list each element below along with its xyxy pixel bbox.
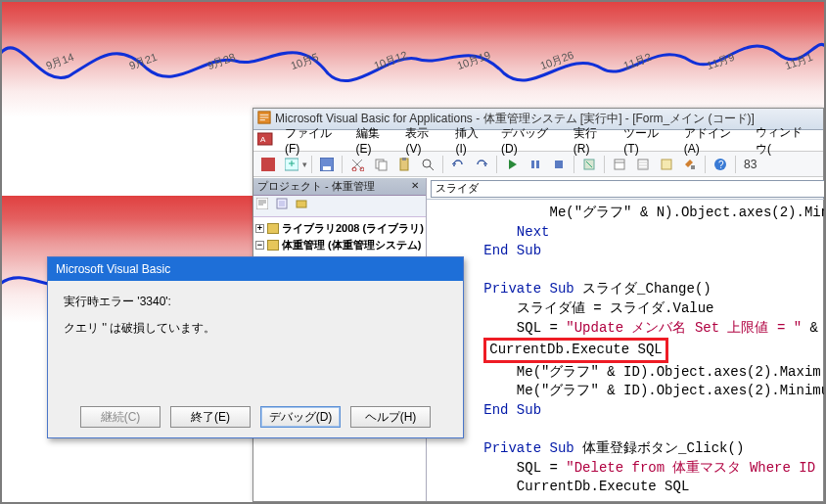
project-explorer-toolbar: [253, 196, 426, 217]
graph-date: 10月12: [372, 48, 409, 73]
svg-rect-16: [555, 160, 563, 168]
graph-date: 9月28: [206, 50, 238, 73]
view-access-icon[interactable]: [257, 154, 279, 175]
toggle-folders-icon[interactable]: [296, 198, 313, 215]
menu-tools[interactable]: ツール(T): [618, 123, 675, 158]
dialog-buttons: 継続(C) 終了(E) デバッグ(D) ヘルプ(H): [48, 406, 463, 428]
break-icon[interactable]: [525, 154, 546, 175]
copy-icon[interactable]: [370, 154, 391, 175]
dialog-titlebar[interactable]: Microsoft Visual Basic: [48, 257, 463, 281]
svg-rect-15: [536, 160, 539, 168]
graph-date: 9月14: [44, 50, 76, 73]
vba-app-icon: [257, 111, 271, 127]
graph-date: 10月26: [538, 48, 575, 73]
project-icon: [267, 240, 279, 251]
project-name: 体重管理 (体重管理システム): [282, 238, 421, 252]
project-icon: [267, 223, 279, 234]
svg-rect-10: [379, 161, 387, 170]
graph-date: 11月1: [783, 50, 815, 73]
undo-icon[interactable]: [447, 154, 469, 175]
graph-date: 9月21: [127, 50, 160, 73]
access-file-icon: A: [257, 132, 273, 149]
dialog-body: 実行時エラー '3340': クエリ '' は破損しています。: [48, 281, 463, 349]
svg-rect-6: [323, 166, 331, 170]
project-explorer-title: プロジェクト - 体重管理: [257, 179, 375, 194]
end-button[interactable]: 終了(E): [170, 406, 251, 428]
save-icon[interactable]: [316, 154, 338, 175]
project-root[interactable]: − 体重管理 (体重管理システム): [255, 238, 424, 252]
view-code-icon[interactable]: [256, 198, 274, 215]
redo-icon[interactable]: [471, 154, 492, 175]
svg-rect-20: [662, 160, 671, 169]
error-code-text: 実行時エラー '3340':: [64, 293, 447, 311]
svg-rect-18: [615, 160, 624, 169]
paste-icon[interactable]: [393, 154, 415, 175]
menu-insert[interactable]: 挿入(I): [449, 123, 493, 158]
menu-edit[interactable]: 編集(E): [350, 123, 398, 158]
error-message-text: クエリ '' は破損しています。: [64, 319, 447, 338]
project-explorer-icon[interactable]: [609, 154, 630, 175]
runtime-error-dialog: Microsoft Visual Basic 実行時エラー '3340': クエ…: [47, 256, 464, 438]
collapse-icon[interactable]: −: [255, 241, 264, 250]
graph-date: 10月19: [455, 48, 492, 73]
cut-icon[interactable]: [346, 154, 368, 175]
svg-rect-26: [279, 201, 285, 206]
object-dropdown[interactable]: スライダ ▾: [431, 180, 826, 198]
vba-menubar: A ファイル(F) 編集(E) 表示(V) 挿入(I) デバッグ(D) 実行(R…: [253, 130, 823, 152]
menu-run[interactable]: 実行(R): [568, 123, 617, 158]
dialog-title-text: Microsoft Visual Basic: [56, 262, 170, 276]
insert-module-icon[interactable]: [281, 154, 302, 175]
highlighted-error-line: CurrentDb.Execute SQL: [483, 338, 667, 363]
graph-date: 11月2: [621, 50, 654, 73]
debug-button[interactable]: デバッグ(D): [260, 406, 341, 428]
svg-text:A: A: [260, 135, 266, 144]
close-icon[interactable]: ✕: [408, 180, 422, 194]
menu-window[interactable]: ウィンドウ(: [750, 122, 819, 160]
object-dropdown-value: スライダ: [436, 181, 479, 196]
graph-date: 10月5: [289, 50, 321, 73]
help-icon[interactable]: ?: [710, 154, 731, 175]
svg-rect-24: [256, 198, 268, 209]
properties-icon[interactable]: [632, 154, 654, 175]
svg-rect-12: [402, 158, 406, 160]
svg-rect-3: [261, 158, 275, 171]
run-icon[interactable]: [501, 154, 523, 175]
svg-rect-27: [297, 201, 306, 207]
graph-date: 11月9: [705, 50, 737, 73]
code-editor[interactable]: Me("グラフ" & N).Object.axes(2).Mini Next E…: [427, 200, 826, 501]
find-icon[interactable]: [417, 154, 438, 175]
code-pane: スライダ ▾ Me("グラフ" & N).Object.axes(2).Mini…: [427, 178, 826, 501]
svg-rect-14: [531, 160, 534, 168]
menu-addins[interactable]: アドイン(A): [678, 123, 748, 158]
project-root[interactable]: + ライブラリ2008 (ライブラリ): [255, 221, 424, 236]
svg-point-13: [423, 160, 431, 167]
graph-date-labels: 9月14 9月21 9月28 10月5 10月12 10月19 10月26 11…: [0, 59, 826, 78]
menu-file[interactable]: ファイル(F): [279, 123, 348, 158]
continue-button[interactable]: 継続(C): [80, 406, 161, 428]
toolbox-icon[interactable]: [679, 154, 701, 175]
reset-icon[interactable]: [548, 154, 570, 175]
project-explorer-header[interactable]: プロジェクト - 体重管理 ✕: [253, 178, 426, 196]
menu-debug[interactable]: デバッグ(D): [495, 123, 566, 158]
object-browser-icon[interactable]: [656, 154, 677, 175]
view-object-icon[interactable]: [276, 198, 294, 215]
menu-view[interactable]: 表示(V): [399, 123, 447, 158]
project-name: ライブラリ2008 (ライブラリ): [282, 221, 424, 236]
graph-strip-upper: 9月14 9月21 9月28 10月5 10月12 10月19 10月26 11…: [0, 0, 826, 117]
svg-text:?: ?: [718, 160, 724, 170]
help-button[interactable]: ヘルプ(H): [350, 406, 431, 428]
toolbar-line-col: 83: [740, 158, 760, 171]
code-object-dropdowns: スライダ ▾: [427, 178, 826, 200]
expand-icon[interactable]: +: [255, 224, 264, 233]
design-mode-icon[interactable]: [578, 154, 600, 175]
svg-rect-21: [691, 165, 695, 169]
